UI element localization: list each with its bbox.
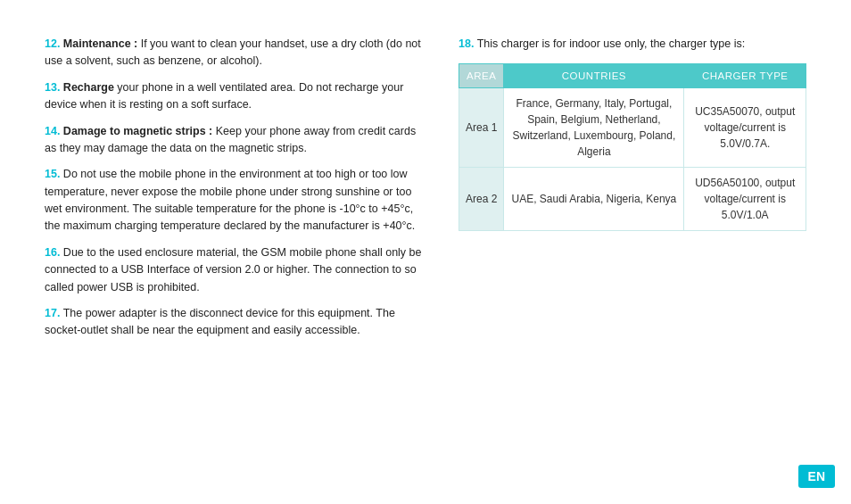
left-paragraph: 16. Due to the used enclosure material, …	[45, 244, 423, 296]
table-row: Area 1France, Germany, Italy, Portugal, …	[459, 88, 806, 168]
area-cell: Area 2	[459, 168, 504, 231]
area-cell: Area 1	[459, 88, 504, 168]
intro-num: 18.	[459, 37, 474, 50]
charger-type-cell: UD56A50100, output voltage/current is 5.…	[684, 168, 806, 231]
left-paragraph: 17. The power adapter is the disconnect …	[45, 305, 423, 340]
left-paragraph: 14. Damage to magnetic strips : Keep you…	[45, 123, 423, 158]
intro-text: This charger is for indoor use only, the…	[474, 37, 745, 50]
item-bold: Damage to magnetic strips :	[60, 125, 212, 137]
charger-table: AREACOUNTRIESCHARGER TYPE Area 1France, …	[459, 63, 806, 231]
right-column: 18. This charger is for indoor use only,…	[459, 36, 806, 349]
item-num: 14.	[45, 125, 60, 137]
countries-cell: France, Germany, Italy, Portugal, Spain,…	[504, 88, 684, 168]
intro-paragraph: 18. This charger is for indoor use only,…	[459, 36, 806, 53]
countries-cell: UAE, Saudi Arabia, Nigeria, Kenya	[504, 168, 684, 231]
item-num: 17.	[45, 307, 60, 319]
item-bold: Recharge	[60, 81, 113, 94]
item-num: 15.	[45, 168, 60, 180]
left-paragraph: 12. Maintenance : If you want to clean y…	[45, 36, 423, 70]
table-row: Area 2UAE, Saudi Arabia, Nigeria, KenyaU…	[459, 168, 806, 231]
charger-type-cell: UC35A50070, output voltage/current is 5.…	[684, 88, 806, 168]
item-bold: Maintenance :	[60, 37, 137, 50]
item-num: 16.	[45, 246, 60, 259]
left-column: 12. Maintenance : If you want to clean y…	[45, 36, 423, 349]
item-num: 13.	[45, 81, 60, 94]
left-paragraph: 13. Recharge your phone in a well ventil…	[45, 79, 423, 114]
item-num: 12.	[45, 37, 60, 50]
table-header-area: AREA	[459, 64, 504, 88]
table-header-charger-type: CHARGER TYPE	[684, 64, 806, 88]
table-header-countries: COUNTRIES	[504, 64, 684, 88]
left-paragraph: 15. Do not use the mobile phone in the e…	[45, 166, 423, 235]
en-badge: EN	[798, 465, 835, 488]
